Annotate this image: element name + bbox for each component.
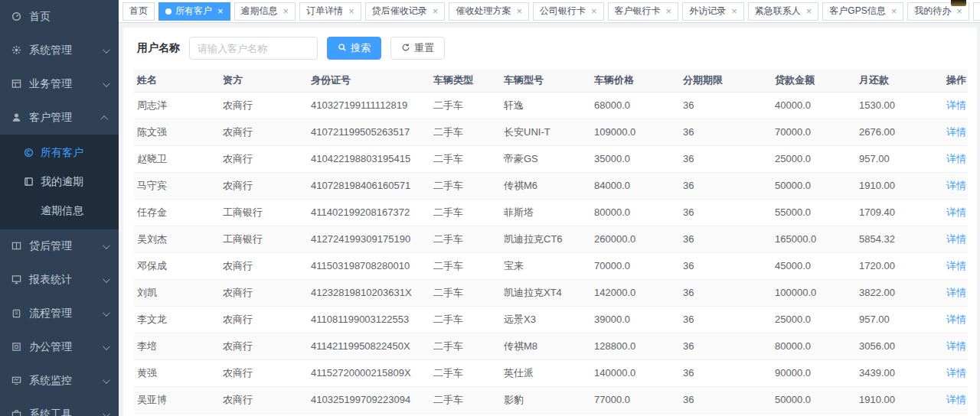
detail-link[interactable]: 详情 <box>946 99 966 111</box>
cell-vehicle-model: 卡罗拉 <box>501 413 591 416</box>
close-icon[interactable]: × <box>516 6 522 16</box>
sidebar-submenu: 所有客户我的逾期逾期信息 <box>0 135 119 229</box>
table-row: 吴亚博农商行410325199709223094二手车影豹77000.03650… <box>134 386 968 413</box>
sidebar-item-loan[interactable]: 贷后管理 <box>0 229 119 263</box>
tab-home[interactable]: 首页 <box>122 2 155 21</box>
close-icon[interactable]: × <box>731 6 737 16</box>
tools-icon <box>11 409 22 416</box>
tab-emergency-contact[interactable]: 紧急联系人× <box>748 2 819 21</box>
tab-collection-record[interactable]: 贷后催收记录× <box>365 2 446 21</box>
tab-label: 贷后催收记录 <box>372 5 427 18</box>
cell-monthly-payment: 2676.00 <box>856 119 939 145</box>
tab-overdue-info[interactable]: 逾期信息× <box>234 2 296 21</box>
cell-id-number: 410325199709223094 <box>308 386 430 413</box>
table-row: 黄强农商行41152720000215809X二手车英仕派140000.0369… <box>134 359 968 386</box>
search-button[interactable]: 搜索 <box>327 37 381 60</box>
table-header-row: 姓名资方身份证号车辆类型车辆型号车辆价格分期期限贷款金额月还款操作 <box>134 69 968 92</box>
close-icon[interactable]: × <box>891 6 897 16</box>
close-icon[interactable]: × <box>591 6 597 16</box>
sidebar-item-tools[interactable]: 系统工具 <box>0 398 119 416</box>
close-icon[interactable]: × <box>666 6 672 16</box>
detail-link[interactable]: 详情 <box>946 126 966 138</box>
avatar-partial[interactable] <box>951 0 966 6</box>
detail-link[interactable]: 详情 <box>946 153 966 164</box>
tab-collection-plan[interactable]: 催收处理方案× <box>449 2 529 21</box>
cell-id-number: 410422198803195415 <box>308 145 430 172</box>
detail-link[interactable]: 详情 <box>946 206 966 218</box>
detail-link[interactable]: 详情 <box>946 180 966 191</box>
customers-table: 姓名资方身份证号车辆类型车辆型号车辆价格分期期限贷款金额月还款操作 周志洋农商行… <box>134 69 968 416</box>
cell-action: 详情 <box>939 279 968 306</box>
cell-action: 详情 <box>939 119 968 145</box>
sidebar-item-system[interactable]: 系统管理 <box>0 34 119 67</box>
customer-name-input[interactable] <box>189 37 318 60</box>
tab-label: 客户GPS信息 <box>829 5 885 18</box>
tab-customer-gps[interactable]: 客户GPS信息× <box>822 2 903 21</box>
app-window: 首页系统管理业务管理客户管理所有客户我的逾期逾期信息贷后管理报表统计流程管理办公… <box>0 0 980 416</box>
active-tab-dot <box>165 8 172 15</box>
table-body: 周志洋农商行410327199111112819二手车轩逸68000.03640… <box>134 92 968 416</box>
close-icon[interactable]: × <box>348 6 354 16</box>
cell-term: 36 <box>680 226 772 252</box>
cell-action: 详情 <box>939 333 968 359</box>
cell-action: 详情 <box>939 413 968 416</box>
sidebar-subitem-my-overdue[interactable]: 我的逾期 <box>0 167 119 197</box>
sidebar-item-office[interactable]: 办公管理 <box>0 330 119 364</box>
cell-vehicle-price <box>591 413 680 416</box>
cell-term: 36 <box>680 252 772 279</box>
cell-monthly-payment: 1709.40 <box>856 199 939 226</box>
sidebar-item-customer[interactable]: 客户管理 <box>0 101 119 135</box>
cell-vehicle-model: 传祺M6 <box>501 172 591 199</box>
tab-order-detail[interactable]: 订单详情× <box>299 2 361 21</box>
detail-link[interactable]: 详情 <box>946 287 966 298</box>
close-icon[interactable]: × <box>283 6 289 16</box>
cell-vehicle-price: 140000.0 <box>591 359 680 386</box>
tab-label: 紧急联系人 <box>755 5 801 18</box>
reset-button[interactable]: 重置 <box>390 37 445 60</box>
reset-button-label: 重置 <box>414 41 434 55</box>
close-icon[interactable]: × <box>433 6 439 16</box>
col-name: 姓名 <box>134 69 220 92</box>
close-icon[interactable]: × <box>217 6 224 16</box>
sidebar-item-process[interactable]: 流程管理 <box>0 297 119 330</box>
cell-vehicle-model: 凯迪拉克XT4 <box>501 279 591 306</box>
cell-funder: 农商行 <box>220 92 308 119</box>
cell-vehicle-price: 128800.0 <box>591 333 680 359</box>
cell-loan-amount: 80000.0 <box>772 333 856 359</box>
detail-link[interactable]: 详情 <box>946 314 966 325</box>
table-row: 王明伟工商银行二手车卡罗拉详情 <box>134 413 968 416</box>
cell-monthly-payment: 957.00 <box>856 306 939 333</box>
detail-link[interactable]: 详情 <box>946 340 966 352</box>
sidebar-subitem-overdue-info[interactable]: 逾期信息 <box>0 197 119 226</box>
table-row: 周志洋农商行410327199111112819二手车轩逸68000.03640… <box>134 92 968 119</box>
cell-name: 李文龙 <box>134 306 220 333</box>
detail-link[interactable]: 详情 <box>946 233 966 245</box>
sidebar-item-report[interactable]: 报表统计 <box>0 263 119 297</box>
sidebar: 首页系统管理业务管理客户管理所有客户我的逾期逾期信息贷后管理报表统计流程管理办公… <box>0 0 119 416</box>
tab-company-bank-card[interactable]: 公司银行卡× <box>533 2 604 21</box>
cell-term: 36 <box>680 306 772 333</box>
cell-term: 36 <box>680 119 772 145</box>
close-icon[interactable]: × <box>806 6 812 16</box>
sidebar-item-home[interactable]: 首页 <box>0 0 119 34</box>
tabbar: 首页所有客户×逾期信息×订单详情×贷后催收记录×催收处理方案×公司银行卡×客户银… <box>119 0 980 23</box>
sidebar-item-label: 系统工具 <box>29 408 72 416</box>
cell-name: 陈文强 <box>134 119 220 145</box>
sidebar-item-business[interactable]: 业务管理 <box>0 67 119 101</box>
detail-link[interactable]: 详情 <box>946 394 966 405</box>
cell-funder: 工商银行 <box>220 199 308 226</box>
tab-my-process[interactable]: 我的流程× <box>973 2 980 21</box>
sidebar-subitem-all-customers[interactable]: 所有客户 <box>0 138 119 167</box>
tab-all-customers[interactable]: 所有客户× <box>158 2 230 21</box>
cell-term: 36 <box>680 172 772 199</box>
tab-customer-bank-card[interactable]: 客户银行卡× <box>608 2 679 21</box>
detail-link[interactable]: 详情 <box>946 367 966 379</box>
tab-visit-record[interactable]: 外访记录× <box>682 2 744 21</box>
cell-vehicle-type: 二手车 <box>430 172 501 199</box>
sidebar-item-monitor[interactable]: 系统监控 <box>0 364 119 398</box>
cell-name: 邓保成 <box>134 252 220 279</box>
cell-vehicle-type: 二手车 <box>430 252 501 279</box>
close-icon[interactable]: × <box>956 6 962 16</box>
cell-action: 详情 <box>939 386 968 413</box>
detail-link[interactable]: 详情 <box>946 260 966 271</box>
